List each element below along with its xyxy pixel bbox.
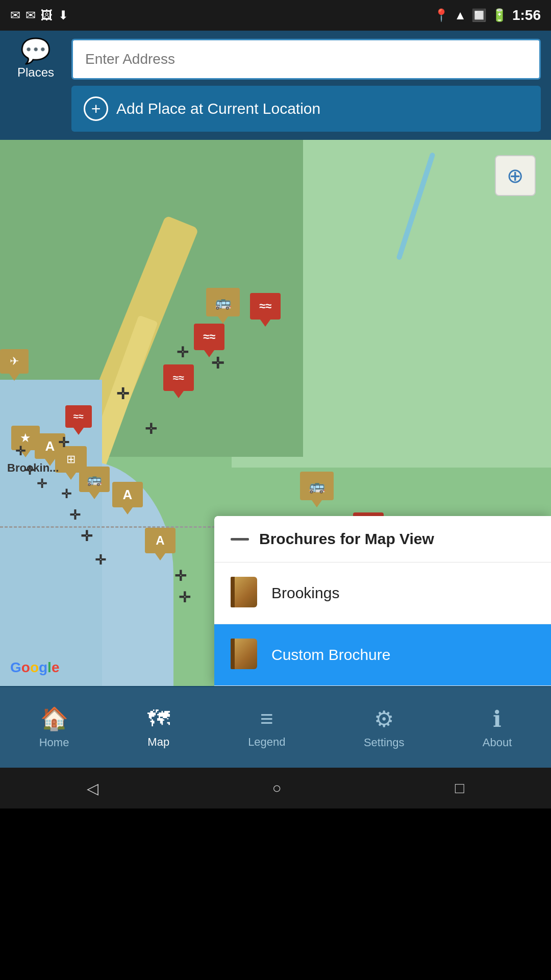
download-icon: ⬇: [58, 8, 68, 22]
crosshair-icon: ⊕: [507, 164, 524, 187]
legend-icon: ≡: [260, 706, 273, 731]
places-button[interactable]: 💬 Places: [10, 39, 61, 80]
custom-brochure-icon: [231, 639, 259, 671]
custom-brochure-label: Custom Brochure: [271, 646, 390, 664]
header-inputs: + Add Place at Current Location: [71, 39, 541, 132]
dropdown-header-dash: [231, 538, 249, 541]
dropdown-header: Brochures for Map View: [214, 516, 551, 562]
dropdown-item-custom-brochure[interactable]: Custom Brochure: [214, 624, 551, 686]
add-place-button[interactable]: + Add Place at Current Location: [71, 86, 541, 132]
status-bar-notifications: ✉ ✉ 🖼 ⬇: [10, 8, 68, 22]
address-input[interactable]: [71, 39, 541, 80]
map-icon: 🗺: [147, 706, 170, 731]
ocean-area2: [0, 380, 102, 686]
google-logo: Google: [10, 659, 59, 676]
bottom-navigation: 🏠 Home 🗺 Map ≡ Legend ⚙ Settings ℹ About: [0, 686, 551, 768]
nav-item-about[interactable]: ℹ About: [472, 701, 522, 754]
battery-icon: 🔋: [492, 8, 507, 22]
brochures-header-label: Brochures for Map View: [259, 530, 434, 548]
email-icon: ✉: [10, 8, 20, 22]
signal-icon: 🔲: [471, 8, 487, 22]
add-place-plus-icon: +: [84, 96, 108, 121]
places-icon: 💬: [20, 39, 51, 63]
legend-label: Legend: [248, 736, 285, 749]
settings-label: Settings: [364, 736, 405, 749]
brookings-label: Brookings: [271, 584, 339, 602]
wifi-icon: ▲: [454, 8, 466, 22]
android-navigation-bar: ◁ ○ □: [0, 768, 551, 808]
home-icon: 🏠: [40, 705, 68, 732]
map-label: Map: [147, 736, 169, 749]
location-status-icon: 📍: [434, 8, 449, 22]
location-button[interactable]: ⊕: [495, 155, 536, 196]
android-back-button[interactable]: ◁: [87, 779, 98, 797]
nav-item-map[interactable]: 🗺 Map: [137, 701, 180, 754]
add-place-text: Add Place at Current Location: [116, 100, 320, 117]
dropdown-item-brookings[interactable]: Brookings: [214, 562, 551, 624]
home-label: Home: [39, 736, 69, 749]
time-display: 1:56: [512, 7, 541, 23]
settings-icon: ⚙: [374, 706, 394, 732]
map-container[interactable]: ≈≈ ≈≈ ≈≈ ≈≈ ≈≈ 🚌: [0, 140, 551, 686]
image-icon: 🖼: [41, 8, 53, 22]
status-bar: ✉ ✉ 🖼 ⬇ 📍 ▲ 🔲 🔋 1:56: [0, 0, 551, 31]
about-label: About: [483, 736, 512, 749]
about-icon: ℹ: [493, 706, 502, 732]
status-bar-system: 📍 ▲ 🔲 🔋 1:56: [434, 7, 541, 23]
dropdown-panel: Brochures for Map View Brookings Custom …: [214, 516, 551, 686]
email2-icon: ✉: [26, 8, 36, 22]
android-recent-button[interactable]: □: [455, 779, 464, 797]
places-label: Places: [17, 65, 54, 80]
header: 💬 Places + Add Place at Current Location: [0, 31, 551, 140]
brookings-brochure-icon: [231, 577, 259, 609]
android-home-button[interactable]: ○: [272, 779, 281, 797]
nav-item-home[interactable]: 🏠 Home: [29, 700, 80, 754]
nav-item-legend[interactable]: ≡ Legend: [238, 701, 295, 754]
nav-item-settings[interactable]: ⚙ Settings: [354, 701, 415, 754]
